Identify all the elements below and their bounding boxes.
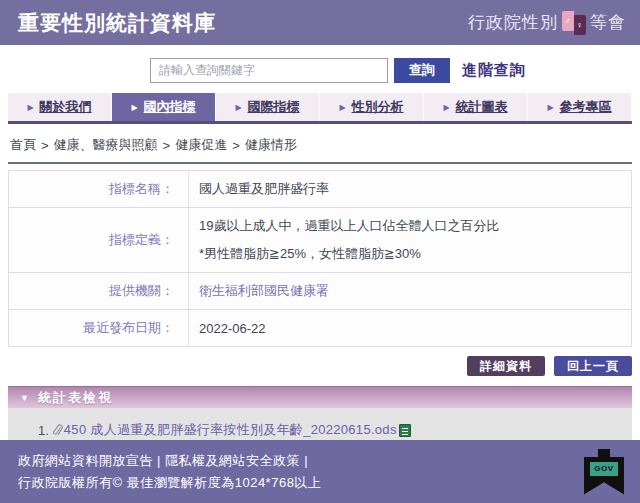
breadcrumb: 首頁 > 健康、醫療與照顧 > 健康促進 > 健康情形 [10,136,630,154]
indicator-definition-value: 19歲以上成人中，過重以上人口佔全體人口之百分比 *男性體脂肪≧25%，女性體脂… [189,208,631,272]
action-buttons: 詳細資料 回上一頁 [0,356,632,376]
breadcrumb-home[interactable]: 首頁 [10,136,36,154]
org-banner[interactable]: 行政院性別 ♂ ♀ 等會 [468,11,626,35]
nav-item-international-indicators[interactable]: ▶ 國際指標 [216,93,319,121]
nav-arrow-icon: ▶ [27,103,33,112]
stats-table-section-header[interactable]: ▼ 統計表檢視 [8,386,632,408]
table-row: 指標名稱： 國人過重及肥胖盛行率 [9,171,631,208]
female-symbol-icon: ♀ [574,15,586,35]
nav-arrow-icon: ▶ [339,103,345,112]
list-item: 1. 450 成人過重及肥胖盛行率按性別及年齡_20220615.ods [38,421,632,439]
table-row: 最近發布日期： 2022-06-22 [9,310,631,347]
file-index: 1. [38,423,49,438]
definition-line-2: *男性體脂肪≧25%，女性體脂肪≧30% [199,245,621,263]
breadcrumb-separator: > [163,138,171,153]
nav-arrow-icon: ▶ [131,103,137,112]
ods-file-link[interactable]: 450 成人過重及肥胖盛行率按性別及年齡_20220615.ods [64,421,397,439]
nav-label: 關於我們 [40,98,92,116]
indicator-name-label: 指標名稱： [9,171,189,207]
indicator-definition-label: 指標定義： [9,208,189,272]
definition-line-1: 19歲以上成人中，過重以上人口佔全體人口之百分比 [199,217,621,235]
advanced-search-link[interactable]: 進階查詢 [462,61,526,80]
org-name-prefix: 行政院性別 [468,11,558,34]
breadcrumb-health-condition[interactable]: 健康情形 [245,136,297,154]
breadcrumb-separator: > [232,138,240,153]
detail-data-button[interactable]: 詳細資料 [467,356,545,376]
nav-label: 國際指標 [248,98,300,116]
gender-equality-logo-icon: ♂ ♀ [562,11,586,35]
breadcrumb-health-category[interactable]: 健康、醫療與照顧 [54,136,158,154]
nav-item-about[interactable]: ▶ 關於我們 [8,93,111,121]
nav-label: 統計圖表 [456,98,508,116]
breadcrumb-separator: > [41,138,49,153]
stats-section-title: 統計表檢視 [38,389,113,407]
table-row: 指標定義： 19歲以上成人中，過重以上人口佔全體人口之百分比 *男性體脂肪≧25… [9,208,631,273]
nav-label: 國內指標 [144,98,196,116]
indicator-name-value: 國人過重及肥胖盛行率 [189,171,631,207]
latest-release-date-value: 2022-06-22 [189,310,631,346]
nav-item-gender-analysis[interactable]: ▶ 性別分析 [320,93,423,121]
nav-arrow-icon: ▶ [443,103,449,112]
latest-release-date-label: 最近發布日期： [9,310,189,346]
breadcrumb-divider [8,162,632,164]
org-name-suffix: 等會 [590,11,626,34]
gov-certification-logo-icon[interactable]: GOV [584,449,624,495]
paperclip-icon [52,424,63,437]
nav-item-reference-area[interactable]: ▶ 參考專區 [528,93,631,121]
site-title: 重要性別統計資料庫 [18,9,216,37]
ods-file-icon [399,424,411,437]
gov-logo-label: GOV [590,462,618,476]
page: 重要性別統計資料庫 行政院性別 ♂ ♀ 等會 查詢 進階查詢 ▶ 關於我們 ▶ … [0,0,640,503]
table-row: 提供機關： 衛生福利部國民健康署 [9,273,631,310]
indicator-detail-table: 指標名稱： 國人過重及肥胖盛行率 指標定義： 19歲以上成人中，過重以上人口佔全… [8,170,632,347]
search-input[interactable] [150,58,388,83]
site-footer: 政府網站資料開放宣告 | 隱私權及網站安全政策 | 行政院版權所有© 最佳瀏覽解… [0,440,640,503]
main-nav: ▶ 關於我們 ▶ 國內指標 ▶ 國際指標 ▶ 性別分析 ▶ 統計圖表 ▶ 參考專… [8,93,632,124]
nav-item-statistical-charts[interactable]: ▶ 統計圖表 [424,93,527,121]
providing-agency-value[interactable]: 衛生福利部國民健康署 [189,273,631,309]
back-button[interactable]: 回上一頁 [554,356,632,376]
nav-arrow-icon: ▶ [235,103,241,112]
footer-copyright: 行政院版權所有© 最佳瀏覽解析度為1024*768以上 [18,472,321,494]
site-header: 重要性別統計資料庫 行政院性別 ♂ ♀ 等會 [0,0,640,45]
nav-arrow-icon: ▶ [547,103,553,112]
collapse-arrow-icon: ▼ [20,393,29,403]
nav-label: 參考專區 [560,98,612,116]
male-symbol-icon: ♂ [562,11,574,31]
nav-item-domestic-indicators[interactable]: ▶ 國內指標 [112,93,215,121]
nav-label: 性別分析 [352,98,404,116]
breadcrumb-health-promotion[interactable]: 健康促進 [175,136,227,154]
providing-agency-label: 提供機關： [9,273,189,309]
search-button[interactable]: 查詢 [394,58,450,83]
search-bar: 查詢 進階查詢 [150,57,640,83]
footer-text: 政府網站資料開放宣告 | 隱私權及網站安全政策 | 行政院版權所有© 最佳瀏覽解… [18,450,321,494]
footer-policy-links[interactable]: 政府網站資料開放宣告 | 隱私權及網站安全政策 | [18,450,321,472]
